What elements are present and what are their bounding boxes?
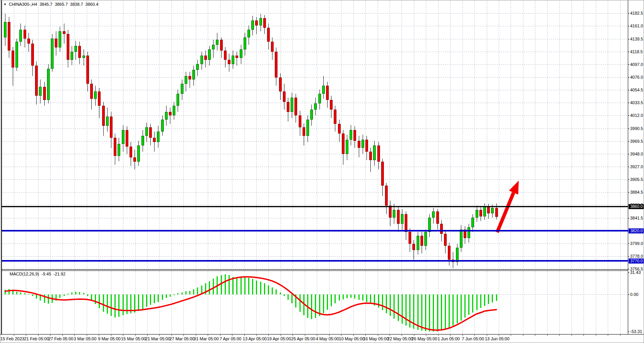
grid-line-vertical xyxy=(499,271,499,334)
grid-line-vertical xyxy=(183,1,184,269)
candle-body xyxy=(224,51,227,59)
macd-histogram-bar xyxy=(146,294,147,307)
macd-axis-tick xyxy=(628,272,629,273)
macd-histogram-bar xyxy=(307,294,308,318)
candle-body xyxy=(200,56,203,64)
macd-histogram-bar xyxy=(142,294,143,309)
grid-line-vertical xyxy=(220,271,220,334)
macd-histogram-bar xyxy=(162,294,163,300)
macd-histogram-bar xyxy=(99,294,100,308)
candle-body xyxy=(251,20,254,29)
price-line-label-box[interactable]: 3820.0 xyxy=(629,228,644,233)
candle-body xyxy=(235,56,238,58)
price-axis-tick xyxy=(628,77,629,78)
candle-body xyxy=(67,34,69,60)
price-tick-label: 4054.5 xyxy=(630,88,643,92)
macd-histogram-bar xyxy=(5,290,6,294)
macd-histogram-bar xyxy=(280,292,281,294)
grid-line-vertical xyxy=(596,1,596,269)
macd-histogram-bar xyxy=(244,277,245,294)
price-tick-label: 4118.5 xyxy=(630,49,643,54)
candle-body xyxy=(420,236,423,246)
grid-line-vertical xyxy=(196,1,196,269)
price-axis-tick xyxy=(628,39,629,39)
candle-body xyxy=(310,110,313,120)
macd-histogram-bar xyxy=(107,294,108,314)
price-line-label-box[interactable]: 3770.0 xyxy=(629,259,644,264)
support-resistance-line-black[interactable] xyxy=(2,206,628,207)
macd-indicator-area[interactable] xyxy=(0,271,628,334)
time-axis-tick xyxy=(147,335,148,336)
time-axis-tick xyxy=(341,335,341,336)
price-line-label-box[interactable]: 3860.0 xyxy=(629,204,644,209)
price-axis-tick xyxy=(628,192,629,193)
grid-line-vertical xyxy=(281,271,281,334)
candle-body xyxy=(373,145,376,160)
grid-line-vertical xyxy=(329,1,330,269)
time-tick-label: 31 Mar 05:00 xyxy=(194,336,219,341)
time-axis-tick xyxy=(511,335,511,336)
macd-histogram-bar xyxy=(315,294,316,318)
main-chart-area[interactable] xyxy=(0,0,628,269)
price-tick-label: 4097.0 xyxy=(630,62,643,67)
price-axis-tick xyxy=(628,103,629,103)
macd-name: MACD(12,26,9) xyxy=(10,272,39,276)
grid-line-horizontal xyxy=(2,141,628,142)
time-axis-tick xyxy=(135,335,136,336)
macd-histogram-bar xyxy=(170,294,171,297)
grid-line-vertical xyxy=(450,271,451,334)
macd-histogram-bar xyxy=(79,292,80,294)
candle-body xyxy=(63,31,66,34)
macd-histogram-bar xyxy=(362,294,363,301)
candle-body xyxy=(350,130,352,140)
macd-histogram-bar xyxy=(166,294,167,298)
candle-body xyxy=(173,106,175,115)
macd-histogram-bar xyxy=(284,294,285,296)
time-axis-tick xyxy=(256,335,257,336)
macd-histogram-bar xyxy=(40,294,41,301)
candle-body xyxy=(8,22,10,51)
grid-line-vertical xyxy=(159,271,160,334)
price-tick-label: 3990.5 xyxy=(630,126,643,131)
macd-histogram-bar xyxy=(150,294,151,305)
macd-histogram-bar xyxy=(449,294,450,328)
support-resistance-line-blue[interactable] xyxy=(2,260,628,262)
grid-line-vertical xyxy=(620,1,620,269)
macd-signal-polyline xyxy=(5,277,496,330)
grid-line-vertical xyxy=(281,1,281,269)
time-tick-label: 7 Jun 05:00 xyxy=(462,336,484,341)
grid-line-vertical xyxy=(499,1,499,269)
candle-body xyxy=(467,227,470,238)
time-axis-tick xyxy=(50,335,50,336)
candle-body xyxy=(271,42,274,52)
macd-histogram-bar xyxy=(126,294,128,314)
macd-histogram-bar xyxy=(182,292,183,294)
macd-histogram-bar xyxy=(134,294,135,313)
grid-line-vertical xyxy=(293,271,293,334)
macd-histogram-bar xyxy=(24,293,25,294)
time-tick-label: 7 Apr 05:00 xyxy=(220,336,241,341)
price-tick-label: 3884.5 xyxy=(630,190,643,194)
panel-separator-top[interactable] xyxy=(1,269,628,270)
symbol-dropdown-icon[interactable]: ▼ xyxy=(3,3,7,6)
time-axis[interactable]: 15 Feb 202321 Feb 05:0027 Feb 05:003 Mar… xyxy=(0,335,644,343)
candle-body xyxy=(169,112,172,115)
macd-histogram-bar xyxy=(256,280,257,294)
time-tick-label: 15 Mar 05:00 xyxy=(121,336,146,341)
candle-body xyxy=(275,52,277,78)
support-resistance-line-blue[interactable] xyxy=(2,230,628,231)
time-axis-tick xyxy=(353,335,354,336)
candle-body xyxy=(145,127,148,136)
candle-body xyxy=(161,120,164,132)
trend-arrow-annotation[interactable] xyxy=(0,0,628,269)
candle-body xyxy=(440,224,443,234)
grid-line-vertical xyxy=(38,1,39,269)
candle-body xyxy=(114,138,116,156)
grid-line-vertical xyxy=(196,271,196,334)
time-axis-tick xyxy=(487,335,487,336)
price-axis-tick xyxy=(628,179,629,180)
macd-histogram-bar xyxy=(130,294,131,313)
grid-line-vertical xyxy=(14,1,14,269)
candle-body xyxy=(232,56,234,64)
price-axis-tick xyxy=(628,243,629,244)
